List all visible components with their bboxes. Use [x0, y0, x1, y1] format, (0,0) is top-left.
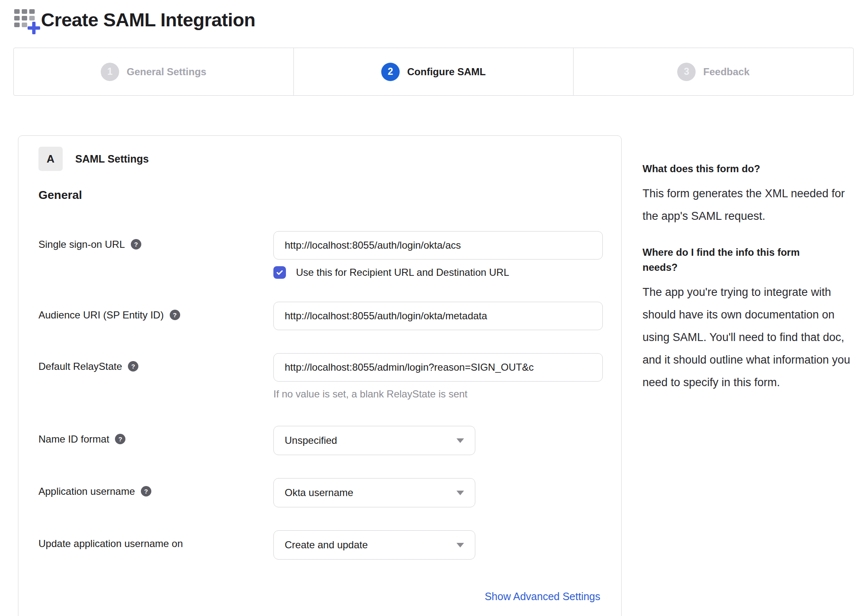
field-row-relaystate: Default RelayState ? If no value is set,…: [38, 353, 601, 400]
recipient-url-checkbox-label: Use this for Recipient URL and Destinati…: [296, 267, 509, 278]
sidebar-section-what: What does this form do? This form genera…: [643, 161, 851, 227]
section-title: SAML Settings: [75, 153, 149, 165]
recipient-url-checkbox[interactable]: [273, 266, 286, 279]
field-row-update-username: Update application username on Create an…: [38, 530, 601, 560]
section-badge: A: [38, 147, 63, 171]
update-username-select[interactable]: Create and update: [273, 530, 475, 560]
name-id-format-label: Name ID format: [38, 433, 109, 445]
name-id-help-icon[interactable]: ?: [115, 434, 125, 444]
chevron-down-icon: [456, 543, 464, 547]
relaystate-helper-text: If no value is set, a blank RelayState i…: [273, 388, 603, 400]
sidebar-heading-where: Where do I find the info this form needs…: [643, 245, 826, 275]
app-username-label: Application username: [38, 485, 135, 498]
name-id-format-select[interactable]: Unspecified: [273, 426, 475, 455]
sidebar-heading-what: What does this form do?: [643, 161, 826, 176]
audience-uri-label: Audience URI (SP Entity ID): [38, 308, 164, 321]
audience-uri-input[interactable]: [273, 302, 603, 330]
app-username-help-icon[interactable]: ?: [141, 486, 151, 496]
name-id-format-value: Unspecified: [285, 435, 337, 446]
field-row-sso: Single sign-on URL ? Use this for Recipi…: [38, 231, 601, 279]
field-row-audience: Audience URI (SP Entity ID) ?: [38, 302, 601, 330]
app-username-select[interactable]: Okta username: [273, 478, 475, 507]
field-row-nameid: Name ID format ? Unspecified: [38, 426, 601, 455]
help-sidebar: What does this form do? This form genera…: [643, 135, 851, 394]
sidebar-body-what: This form generates the XML needed for t…: [643, 182, 851, 227]
relaystate-input[interactable]: [273, 353, 603, 382]
sidebar-section-where: Where do I find the info this form needs…: [643, 245, 851, 394]
wizard-step-feedback[interactable]: 3 Feedback: [574, 48, 853, 95]
chevron-down-icon: [456, 438, 464, 443]
page-title: Create SAML Integration: [41, 9, 255, 31]
show-advanced-settings-link[interactable]: Show Advanced Settings: [484, 591, 600, 602]
field-row-app-username: Application username ? Okta username: [38, 478, 601, 507]
step-1-label: General Settings: [127, 66, 207, 78]
step-2-circle: 2: [381, 63, 400, 81]
update-username-value: Create and update: [285, 539, 368, 551]
general-group-title: General: [38, 188, 601, 202]
update-username-label: Update application username on: [38, 537, 183, 550]
step-2-label: Configure SAML: [407, 66, 486, 78]
sso-url-input[interactable]: [273, 231, 603, 260]
chevron-down-icon: [456, 491, 464, 495]
relaystate-label: Default RelayState: [38, 360, 122, 373]
saml-settings-panel: A SAML Settings General Single sign-on U…: [18, 135, 622, 616]
create-app-plus-icon: [14, 9, 38, 31]
page-header: Create SAML Integration: [0, 0, 867, 31]
sso-help-icon[interactable]: ?: [131, 239, 141, 249]
sidebar-body-where: The app you're trying to integrate with …: [643, 281, 851, 394]
wizard-steps: 1 General Settings 2 Configure SAML 3 Fe…: [13, 48, 854, 96]
relaystate-help-icon[interactable]: ?: [128, 361, 138, 372]
sso-url-label: Single sign-on URL: [38, 238, 125, 251]
wizard-step-general-settings[interactable]: 1 General Settings: [14, 48, 294, 95]
wizard-step-configure-saml[interactable]: 2 Configure SAML: [294, 48, 574, 95]
plus-icon: [27, 21, 41, 35]
step-1-circle: 1: [101, 63, 119, 81]
step-3-label: Feedback: [703, 66, 750, 78]
audience-help-icon[interactable]: ?: [170, 310, 180, 320]
app-username-value: Okta username: [285, 487, 353, 499]
step-3-circle: 3: [677, 63, 696, 81]
